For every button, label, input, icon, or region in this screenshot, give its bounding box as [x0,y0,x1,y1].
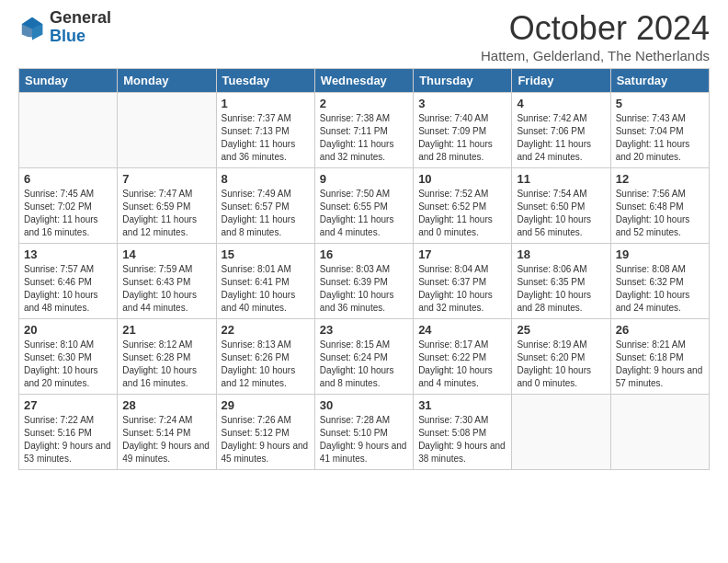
calendar-cell: 7Sunrise: 7:47 AM Sunset: 6:59 PM Daylig… [118,168,216,244]
day-number: 15 [222,247,310,261]
calendar-cell: 15Sunrise: 8:01 AM Sunset: 6:41 PM Dayli… [216,244,314,319]
day-info: Sunrise: 7:45 AM Sunset: 7:02 PM Dayligh… [24,188,112,239]
day-number: 3 [418,97,506,110]
day-number: 20 [24,323,112,337]
logo: General Blue [18,9,111,46]
day-number: 25 [517,323,605,337]
day-number: 14 [122,247,210,261]
day-number: 2 [320,97,408,110]
day-info: Sunrise: 7:59 AM Sunset: 6:43 PM Dayligh… [122,263,210,315]
day-number: 21 [122,323,210,337]
day-info: Sunrise: 8:13 AM Sunset: 6:26 PM Dayligh… [222,339,310,390]
logo-blue: Blue [50,28,111,46]
day-info: Sunrise: 8:03 AM Sunset: 6:39 PM Dayligh… [320,263,408,315]
day-info: Sunrise: 7:38 AM Sunset: 7:11 PM Dayligh… [320,112,408,164]
col-header-sunday: Sunday [19,69,118,93]
day-number: 19 [616,247,704,261]
calendar-cell: 23Sunrise: 8:15 AM Sunset: 6:24 PM Dayli… [314,319,413,395]
calendar-cell: 10Sunrise: 7:52 AM Sunset: 6:52 PM Dayli… [414,168,512,244]
day-info: Sunrise: 7:28 AM Sunset: 5:10 PM Dayligh… [320,414,408,465]
calendar-cell: 21Sunrise: 8:12 AM Sunset: 6:28 PM Dayli… [118,319,216,395]
day-info: Sunrise: 7:43 AM Sunset: 7:04 PM Dayligh… [616,112,704,164]
calendar-cell: 1Sunrise: 7:37 AM Sunset: 7:13 PM Daylig… [216,93,314,168]
calendar-cell: 20Sunrise: 8:10 AM Sunset: 6:30 PM Dayli… [19,319,118,395]
calendar-cell [19,93,118,168]
calendar-cell: 9Sunrise: 7:50 AM Sunset: 6:55 PM Daylig… [314,168,413,244]
week-row-0: 1Sunrise: 7:37 AM Sunset: 7:13 PM Daylig… [19,93,710,168]
title-block: October 2024 Hattem, Gelderland, The Net… [481,9,710,63]
day-number: 7 [122,172,210,186]
day-number: 12 [616,172,704,186]
day-number: 4 [517,97,605,110]
day-info: Sunrise: 7:52 AM Sunset: 6:52 PM Dayligh… [418,188,506,239]
day-number: 9 [320,172,408,186]
day-info: Sunrise: 7:47 AM Sunset: 6:59 PM Dayligh… [122,188,210,239]
day-info: Sunrise: 7:24 AM Sunset: 5:14 PM Dayligh… [122,414,210,465]
col-header-monday: Monday [118,69,216,93]
calendar-cell: 24Sunrise: 8:17 AM Sunset: 6:22 PM Dayli… [414,319,512,395]
day-info: Sunrise: 7:22 AM Sunset: 5:16 PM Dayligh… [24,414,112,465]
day-number: 16 [320,247,408,261]
day-number: 17 [418,247,506,261]
day-number: 24 [418,323,506,337]
calendar-cell: 16Sunrise: 8:03 AM Sunset: 6:39 PM Dayli… [314,244,413,319]
week-row-3: 20Sunrise: 8:10 AM Sunset: 6:30 PM Dayli… [19,319,710,395]
calendar-cell: 29Sunrise: 7:26 AM Sunset: 5:12 PM Dayli… [216,395,314,470]
col-header-tuesday: Tuesday [216,69,314,93]
calendar-cell [512,395,610,470]
calendar-cell: 25Sunrise: 8:19 AM Sunset: 6:20 PM Dayli… [512,319,610,395]
calendar-cell [610,395,709,470]
day-info: Sunrise: 7:56 AM Sunset: 6:48 PM Dayligh… [616,188,704,239]
calendar-cell: 19Sunrise: 8:08 AM Sunset: 6:32 PM Dayli… [610,244,709,319]
day-info: Sunrise: 7:26 AM Sunset: 5:12 PM Dayligh… [222,414,310,465]
day-info: Sunrise: 8:21 AM Sunset: 6:18 PM Dayligh… [616,339,704,390]
day-info: Sunrise: 7:54 AM Sunset: 6:50 PM Dayligh… [517,188,605,239]
day-number: 5 [616,97,704,110]
calendar-cell: 3Sunrise: 7:40 AM Sunset: 7:09 PM Daylig… [414,93,512,168]
calendar-cell: 27Sunrise: 7:22 AM Sunset: 5:16 PM Dayli… [19,395,118,470]
calendar-cell: 28Sunrise: 7:24 AM Sunset: 5:14 PM Dayli… [118,395,216,470]
col-header-thursday: Thursday [414,69,512,93]
calendar-cell: 5Sunrise: 7:43 AM Sunset: 7:04 PM Daylig… [610,93,709,168]
day-info: Sunrise: 8:15 AM Sunset: 6:24 PM Dayligh… [320,339,408,390]
logo-text: General Blue [50,9,111,46]
calendar-cell: 14Sunrise: 7:59 AM Sunset: 6:43 PM Dayli… [118,244,216,319]
calendar-cell: 17Sunrise: 8:04 AM Sunset: 6:37 PM Dayli… [414,244,512,319]
week-row-2: 13Sunrise: 7:57 AM Sunset: 6:46 PM Dayli… [19,244,710,319]
week-row-1: 6Sunrise: 7:45 AM Sunset: 7:02 PM Daylig… [19,168,710,244]
day-info: Sunrise: 8:06 AM Sunset: 6:35 PM Dayligh… [517,263,605,315]
logo-icon [18,14,46,41]
calendar-cell: 2Sunrise: 7:38 AM Sunset: 7:11 PM Daylig… [314,93,413,168]
calendar-cell: 11Sunrise: 7:54 AM Sunset: 6:50 PM Dayli… [512,168,610,244]
calendar-cell: 31Sunrise: 7:30 AM Sunset: 5:08 PM Dayli… [414,395,512,470]
day-number: 23 [320,323,408,337]
calendar-cell: 4Sunrise: 7:42 AM Sunset: 7:06 PM Daylig… [512,93,610,168]
calendar-table: SundayMondayTuesdayWednesdayThursdayFrid… [18,68,710,470]
col-header-friday: Friday [512,69,610,93]
calendar-cell [118,93,216,168]
day-number: 10 [418,172,506,186]
col-header-wednesday: Wednesday [314,69,413,93]
calendar-container: SundayMondayTuesdayWednesdayThursdayFrid… [0,68,728,479]
location: Hattem, Gelderland, The Netherlands [481,48,710,63]
day-number: 13 [24,247,112,261]
calendar-cell: 22Sunrise: 8:13 AM Sunset: 6:26 PM Dayli… [216,319,314,395]
day-info: Sunrise: 8:19 AM Sunset: 6:20 PM Dayligh… [517,339,605,390]
day-info: Sunrise: 7:37 AM Sunset: 7:13 PM Dayligh… [222,112,310,164]
month-title: October 2024 [481,9,710,48]
calendar-cell: 18Sunrise: 8:06 AM Sunset: 6:35 PM Dayli… [512,244,610,319]
calendar-cell: 26Sunrise: 8:21 AM Sunset: 6:18 PM Dayli… [610,319,709,395]
day-number: 30 [320,398,408,412]
day-number: 26 [616,323,704,337]
day-number: 28 [122,398,210,412]
day-info: Sunrise: 7:57 AM Sunset: 6:46 PM Dayligh… [24,263,112,315]
page-header: General Blue October 2024 Hattem, Gelder… [0,0,728,68]
calendar-header-row: SundayMondayTuesdayWednesdayThursdayFrid… [19,69,710,93]
day-number: 29 [222,398,310,412]
logo-general: General [50,9,111,28]
day-info: Sunrise: 7:40 AM Sunset: 7:09 PM Dayligh… [418,112,506,164]
day-info: Sunrise: 7:30 AM Sunset: 5:08 PM Dayligh… [418,414,506,465]
calendar-cell: 8Sunrise: 7:49 AM Sunset: 6:57 PM Daylig… [216,168,314,244]
day-number: 6 [24,172,112,186]
day-info: Sunrise: 8:01 AM Sunset: 6:41 PM Dayligh… [222,263,310,315]
